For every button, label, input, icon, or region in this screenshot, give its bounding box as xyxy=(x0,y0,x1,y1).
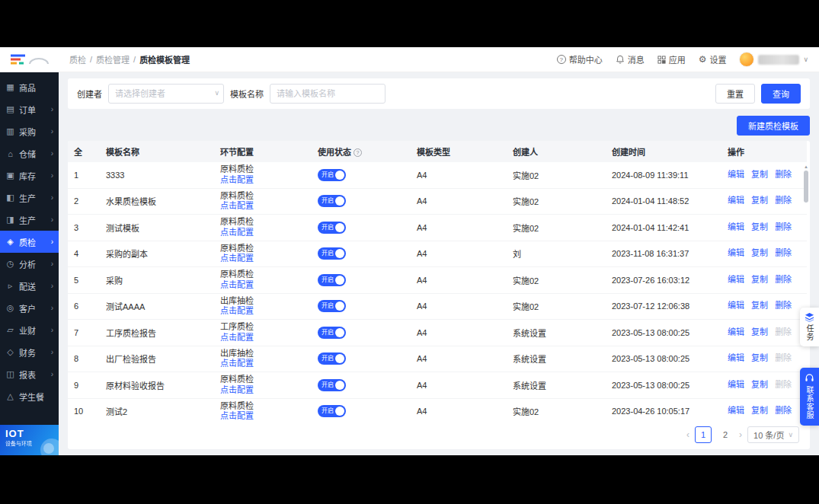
breadcrumb-item[interactable]: 质检 xyxy=(69,53,86,65)
toggle-on-label: 开启 xyxy=(322,303,334,309)
info-icon[interactable]: ? xyxy=(354,148,362,157)
sidebar-item[interactable]: ◎ 客户 › xyxy=(0,297,59,319)
quality-icon: ◈ xyxy=(5,237,15,247)
status-toggle[interactable]: 开启 xyxy=(318,327,346,339)
creator-cell: 实施02 xyxy=(507,215,606,241)
breadcrumb-item[interactable]: 质检管理 xyxy=(96,53,130,65)
configure-link[interactable]: 点击配置 xyxy=(220,306,306,317)
apps-button[interactable]: 应用 xyxy=(657,53,686,65)
scroll-up-icon[interactable]: ▲ xyxy=(803,164,809,170)
edit-link[interactable]: 编辑 xyxy=(728,353,744,362)
help-center-button[interactable]: ? 帮助中心 xyxy=(557,53,603,65)
scrollbar-thumb[interactable] xyxy=(804,171,808,203)
edit-link[interactable]: 编辑 xyxy=(728,248,744,257)
status-toggle[interactable]: 开启 xyxy=(318,405,346,417)
status-toggle[interactable]: 开启 xyxy=(318,274,346,286)
messages-button[interactable]: 消息 xyxy=(616,53,645,65)
sidebar-item[interactable]: ▤ 订单 › xyxy=(0,98,59,120)
status-toggle[interactable]: 开启 xyxy=(318,169,346,181)
delete-link[interactable]: 删除 xyxy=(775,380,792,389)
page-size-select[interactable]: 10 条/页 ∨ xyxy=(747,426,799,443)
template-name-cell: 工序质检报告 xyxy=(100,320,214,346)
sidebar-item[interactable]: △ 学生餐 › xyxy=(0,385,59,407)
delete-link[interactable]: 删除 xyxy=(775,406,792,415)
edit-link[interactable]: 编辑 xyxy=(728,170,744,179)
delete-link[interactable]: 删除 xyxy=(775,353,792,362)
delete-link[interactable]: 删除 xyxy=(775,248,792,257)
configure-link[interactable]: 点击配置 xyxy=(220,385,306,396)
configure-link[interactable]: 点击配置 xyxy=(220,411,306,420)
app-logo[interactable] xyxy=(0,47,59,72)
status-toggle[interactable]: 开启 xyxy=(318,195,346,207)
edit-link[interactable]: 编辑 xyxy=(728,406,744,415)
sidebar-item[interactable]: ◧ 生产 › xyxy=(0,187,59,209)
configure-link[interactable]: 点击配置 xyxy=(220,333,306,343)
customer-service-widget[interactable]: 联系客服 xyxy=(800,368,819,426)
configure-link[interactable]: 点击配置 xyxy=(220,280,306,291)
edit-link[interactable]: 编辑 xyxy=(728,222,744,231)
delete-link[interactable]: 删除 xyxy=(775,327,792,337)
configure-link[interactable]: 点击配置 xyxy=(220,228,306,238)
status-toggle[interactable]: 开启 xyxy=(318,300,346,312)
sidebar-item[interactable]: ▱ 业财 › xyxy=(0,319,59,341)
copy-link[interactable]: 复制 xyxy=(751,301,768,310)
status-toggle[interactable]: 开启 xyxy=(318,379,346,391)
template-name-cell: 采购 xyxy=(100,267,214,294)
status-toggle[interactable]: 开启 xyxy=(318,247,346,260)
reset-button[interactable]: 重置 xyxy=(715,84,755,104)
edit-link[interactable]: 编辑 xyxy=(728,275,744,284)
delete-link[interactable]: 删除 xyxy=(775,275,792,284)
settings-button[interactable]: ⚙ 设置 xyxy=(699,53,727,65)
tasks-widget[interactable]: 任务 xyxy=(800,308,819,346)
copy-link[interactable]: 复制 xyxy=(751,380,768,389)
next-page-button[interactable]: › xyxy=(739,429,742,440)
sidebar-item[interactable]: ◇ 财务 › xyxy=(0,341,59,363)
sidebar-item[interactable]: ▥ 采购 › xyxy=(0,120,59,142)
delete-link[interactable]: 删除 xyxy=(775,301,792,310)
copy-link[interactable]: 复制 xyxy=(751,248,768,257)
search-button[interactable]: 查询 xyxy=(761,84,801,104)
delete-link[interactable]: 删除 xyxy=(775,196,792,205)
copy-link[interactable]: 复制 xyxy=(751,222,768,231)
copy-link[interactable]: 复制 xyxy=(751,327,768,337)
user-menu[interactable]: ∨ xyxy=(739,52,808,67)
sidebar-item[interactable]: ⌂ 仓储 › xyxy=(0,142,59,164)
sidebar-item[interactable]: ▣ 库存 › xyxy=(0,164,59,187)
status-toggle[interactable]: 开启 xyxy=(318,222,346,234)
creator-select[interactable] xyxy=(108,84,224,104)
chevron-right-icon: › xyxy=(51,127,53,136)
stage-config-cell: 出库抽检 点击配置 xyxy=(214,293,312,320)
edit-link[interactable]: 编辑 xyxy=(728,327,744,337)
sidebar-item[interactable]: ▦ 商品 › xyxy=(0,76,59,98)
delete-link[interactable]: 删除 xyxy=(775,222,792,231)
page-1-button[interactable]: 1 xyxy=(695,426,712,443)
col-select[interactable]: 全 xyxy=(68,141,100,162)
edit-link[interactable]: 编辑 xyxy=(728,301,744,310)
copy-link[interactable]: 复制 xyxy=(751,353,768,362)
status-toggle[interactable]: 开启 xyxy=(318,352,346,365)
sidebar-item[interactable]: ▹ 配送 › xyxy=(0,275,59,297)
edit-link[interactable]: 编辑 xyxy=(728,380,744,389)
delete-link[interactable]: 删除 xyxy=(775,170,792,179)
copy-link[interactable]: 复制 xyxy=(751,196,768,205)
sidebar-item[interactable]: ◫ 报表 › xyxy=(0,363,59,385)
configure-link[interactable]: 点击配置 xyxy=(220,254,306,264)
new-template-button[interactable]: 新建质检模板 xyxy=(737,116,810,136)
sidebar-item[interactable]: ◷ 分析 › xyxy=(0,253,59,275)
configure-link[interactable]: 点击配置 xyxy=(220,201,306,212)
configure-link[interactable]: 点击配置 xyxy=(220,359,306,369)
sidebar-item[interactable]: ◈ 质检 › xyxy=(0,231,59,253)
page-2-button[interactable]: 2 xyxy=(717,426,734,443)
sidebar-item[interactable]: ◨ 生产 › xyxy=(0,209,59,231)
creator-cell: 系统设置 xyxy=(507,320,606,346)
copy-link[interactable]: 复制 xyxy=(751,170,768,179)
template-type-cell: A4 xyxy=(411,293,507,320)
copy-link[interactable]: 复制 xyxy=(751,406,768,415)
configure-link[interactable]: 点击配置 xyxy=(220,175,306,186)
edit-link[interactable]: 编辑 xyxy=(728,196,744,205)
iot-banner[interactable]: IOT 设备与环境 xyxy=(0,425,59,455)
prev-page-button[interactable]: ‹ xyxy=(686,429,689,440)
template-name-input[interactable] xyxy=(270,84,386,104)
iot-logo-text: IOT xyxy=(5,428,53,439)
copy-link[interactable]: 复制 xyxy=(751,275,768,284)
